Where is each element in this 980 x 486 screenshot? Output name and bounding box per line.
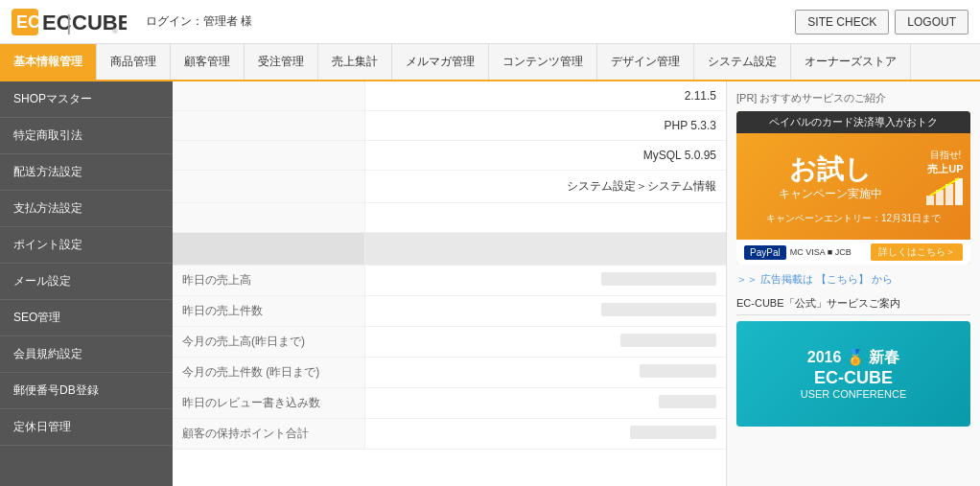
stats-bar-1 <box>601 303 716 316</box>
php-row: PHP 5.3.3 <box>173 111 726 141</box>
stats-value-2 <box>364 327 726 358</box>
stats-row-5: 顧客の保持ポイント合計 <box>173 419 726 450</box>
nav-item-juchu[interactable]: 受注管理 <box>245 44 318 80</box>
campaign-text: キャンペーンエントリー：12月31日まで <box>766 212 941 225</box>
stats-value-4 <box>364 388 726 419</box>
stats-label-1: 昨日の売上件数 <box>173 296 364 327</box>
stats-value-0 <box>364 266 726 296</box>
nav-item-system[interactable]: システム設定 <box>694 44 791 80</box>
sidebar-item-mail[interactable]: メール設定 <box>0 264 173 300</box>
sidebar-item-shop[interactable]: SHOPマスター <box>0 81 173 118</box>
ad-sub-text: キャンペーン実施中 <box>742 186 919 202</box>
stats-row-4: 昨日のレビュー書き込み数 <box>173 388 726 419</box>
sidebar-item-yuubin[interactable]: 郵便番号DB登録 <box>0 373 173 409</box>
stats-label-2: 今月の売上高(昨日まで) <box>173 327 364 358</box>
php-value: PHP 5.3.3 <box>364 111 726 141</box>
system-link[interactable]: システム設定＞システム情報 <box>364 171 726 203</box>
svg-rect-8 <box>945 184 953 205</box>
nav-bar: 基本情報管理 商品管理 顧客管理 受注管理 売上集計 メルマガ管理 コンテンツ管… <box>0 44 980 81</box>
site-check-button[interactable]: SITE CHECK <box>795 10 889 35</box>
ad-goal-text: 目指せ! 売上UP <box>926 149 965 208</box>
sidebar-item-shiharai[interactable]: 支払方法設定 <box>0 191 173 227</box>
separator-value <box>364 203 726 233</box>
stats-label-0: 昨日の売上高 <box>173 266 364 296</box>
nav-item-kihon[interactable]: 基本情報管理 <box>0 44 97 80</box>
stats-row-1: 昨日の売上件数 <box>173 296 726 327</box>
svg-rect-9 <box>955 178 963 205</box>
svg-text:®: ® <box>112 27 118 35</box>
nav-item-shohin[interactable]: 商品管理 <box>97 44 171 80</box>
pr-label: [PR] おすすめサービスのご紹介 <box>736 91 970 105</box>
stats-label-3: 今月の売上件数 (昨日まで) <box>173 358 364 388</box>
logo: EC EC | CUBE ® <box>12 5 127 39</box>
ad-link[interactable]: ＞＞ 広告掲載は 【こちら】 から <box>736 272 970 287</box>
svg-rect-6 <box>926 196 934 205</box>
stats-value-3 <box>364 358 726 388</box>
stats-bar-0 <box>601 272 716 286</box>
login-info: ログイン：管理者 様 <box>146 13 252 30</box>
paypal-label: PayPal <box>744 245 786 260</box>
stats-row-2: 今月の売上高(昨日まで) <box>173 327 726 358</box>
svg-text:|: | <box>66 11 72 35</box>
detail-button[interactable]: 詳しくはこちら＞ <box>871 243 963 261</box>
stats-section-label <box>173 233 364 266</box>
sidebar-item-kiyaku[interactable]: 会員規約設定 <box>0 336 173 373</box>
stats-value-1 <box>364 296 726 327</box>
ec2016-year: 2016 🏅 新春 <box>807 348 899 368</box>
nav-item-design[interactable]: デザイン管理 <box>597 44 694 80</box>
sidebar-item-seo[interactable]: SEO管理 <box>0 300 173 336</box>
stats-bar-5 <box>630 426 716 439</box>
sidebar: SHOPマスター 特定商取引法 配送方法設定 支払方法設定 ポイント設定 メール… <box>0 81 173 486</box>
nav-item-contents[interactable]: コンテンツ管理 <box>489 44 597 80</box>
ad-banner-top: ペイパルのカード決済導入がおトク <box>736 111 970 133</box>
php-label <box>173 111 364 141</box>
system-link-label <box>173 171 364 203</box>
ec2016-title: EC-CUBE <box>814 368 893 389</box>
right-panel: [PR] おすすめサービスのご紹介 ペイパルのカード決済導入がおトク お試し キ… <box>726 81 980 486</box>
version-row: 2.11.5 <box>173 81 726 111</box>
svg-text:CUBE: CUBE <box>72 11 127 35</box>
info-table: 2.11.5 PHP 5.3.3 MySQL 5.0.95 システム設定＞システ… <box>173 81 726 450</box>
system-link-row: システム設定＞システム情報 <box>173 171 726 203</box>
ec2016-banner[interactable]: 2016 🏅 新春 EC-CUBE USER CONFERENCE <box>736 321 970 427</box>
main-layout: SHOPマスター 特定商取引法 配送方法設定 支払方法設定 ポイント設定 メール… <box>0 81 980 486</box>
stats-bar-2 <box>620 334 716 347</box>
mysql-row: MySQL 5.0.95 <box>173 141 726 171</box>
separator-row <box>173 203 726 233</box>
sidebar-item-tokutei[interactable]: 特定商取引法 <box>0 118 173 154</box>
stats-row-0: 昨日の売上高 <box>173 266 726 296</box>
mysql-value: MySQL 5.0.95 <box>364 141 726 171</box>
card-icons: MC VISA ■ JCB <box>790 247 852 257</box>
logo-image: EC EC | CUBE ® <box>12 5 127 39</box>
logout-button[interactable]: LOGOUT <box>895 10 968 35</box>
stats-label-5: 顧客の保持ポイント合計 <box>173 419 364 450</box>
chart-icon <box>926 176 965 205</box>
sidebar-item-haitatsu[interactable]: 配送方法設定 <box>0 154 173 191</box>
stats-row-3: 今月の売上件数 (昨日まで) <box>173 358 726 388</box>
stats-value-5 <box>364 419 726 450</box>
version-value: 2.11.5 <box>364 81 726 111</box>
header-buttons: SITE CHECK LOGOUT <box>795 10 968 35</box>
mysql-label <box>173 141 364 171</box>
stats-bar-header <box>375 241 490 254</box>
sidebar-item-teikyu[interactable]: 定休日管理 <box>0 409 173 446</box>
ad-banner[interactable]: ペイパルのカード決済導入がおトク お試し キャンペーン実施中 目指せ! 売上UP <box>736 111 970 265</box>
version-label <box>173 81 364 111</box>
separator-label <box>173 203 364 233</box>
ad-main-text: お試し <box>742 153 919 186</box>
content-area: 2.11.5 PHP 5.3.3 MySQL 5.0.95 システム設定＞システ… <box>173 81 726 486</box>
stats-header-row <box>173 233 726 266</box>
ec2016-subtitle: USER CONFERENCE <box>801 388 907 400</box>
nav-item-melumaga[interactable]: メルマガ管理 <box>392 44 489 80</box>
sidebar-item-point[interactable]: ポイント設定 <box>0 227 173 264</box>
ec-service-label: EC-CUBE「公式」サービスご案内 <box>736 296 970 315</box>
stats-label-4: 昨日のレビュー書き込み数 <box>173 388 364 419</box>
stats-bar-4 <box>659 395 716 408</box>
nav-item-uriage[interactable]: 売上集計 <box>318 44 392 80</box>
nav-item-kokyaku[interactable]: 顧客管理 <box>171 44 245 80</box>
nav-item-owners[interactable]: オーナーズストア <box>791 44 911 80</box>
ad-bottom: PayPal MC VISA ■ JCB 詳しくはこちら＞ <box>736 240 970 265</box>
svg-text:EC: EC <box>16 12 40 32</box>
header: EC EC | CUBE ® ログイン：管理者 様 SITE CHECK LOG… <box>0 0 980 44</box>
stats-section-value <box>364 233 726 266</box>
